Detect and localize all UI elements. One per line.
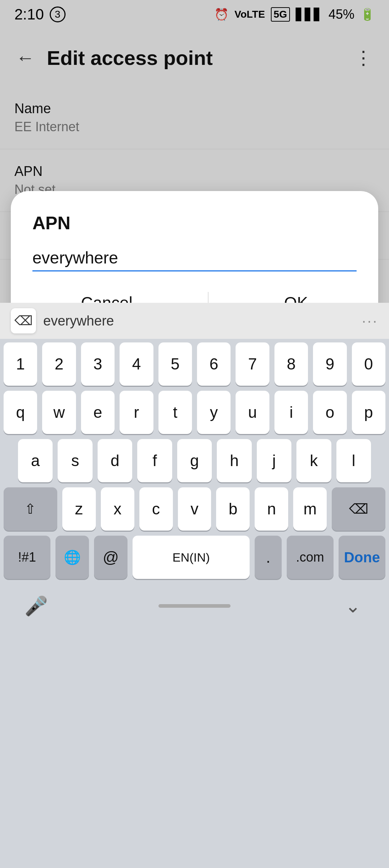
dialog-title: APN <box>32 213 357 234</box>
keyboard: ⌫ everywhere ··· 1 2 3 4 5 6 7 8 9 0 q w… <box>0 303 389 868</box>
key-i[interactable]: i <box>274 391 308 434</box>
key-6[interactable]: 6 <box>197 342 231 386</box>
backspace-icon: ⌫ <box>349 501 368 517</box>
done-key[interactable]: Done <box>339 536 385 579</box>
microphone-icon: 🎤 <box>24 595 48 617</box>
key-p[interactable]: p <box>352 391 385 434</box>
key-t[interactable]: t <box>158 391 192 434</box>
key-d[interactable]: d <box>98 439 132 482</box>
apn-input[interactable] <box>32 248 357 267</box>
key-f[interactable]: f <box>137 439 172 482</box>
key-7[interactable]: 7 <box>236 342 269 386</box>
key-g[interactable]: g <box>177 439 212 482</box>
key-4[interactable]: 4 <box>120 342 153 386</box>
key-q[interactable]: q <box>4 391 37 434</box>
key-5[interactable]: 5 <box>158 342 192 386</box>
key-0[interactable]: 0 <box>352 342 385 386</box>
key-9[interactable]: 9 <box>313 342 346 386</box>
dotcom-key[interactable]: .com <box>287 536 334 579</box>
qwerty-row2: a s d f g h j k l <box>4 439 385 482</box>
suggestion-bar: ⌫ everywhere ··· <box>0 303 389 339</box>
key-r[interactable]: r <box>120 391 153 434</box>
language-key[interactable]: 🌐 <box>55 536 89 579</box>
key-1[interactable]: 1 <box>4 342 37 386</box>
key-z[interactable]: z <box>62 487 96 531</box>
key-o[interactable]: o <box>313 391 346 434</box>
key-w[interactable]: w <box>42 391 76 434</box>
key-k[interactable]: k <box>296 439 331 482</box>
key-b[interactable]: b <box>216 487 250 531</box>
suggestion-back-button[interactable]: ⌫ <box>11 308 36 333</box>
shift-key[interactable]: ⇧ <box>4 487 57 531</box>
qwerty-row3: ⇧ z x c v b n m ⌫ <box>4 487 385 531</box>
qwerty-row1: q w e r t y u i o p <box>4 391 385 434</box>
key-x[interactable]: x <box>101 487 134 531</box>
key-3[interactable]: 3 <box>81 342 115 386</box>
key-v[interactable]: v <box>178 487 211 531</box>
nav-handle <box>158 604 231 608</box>
key-e[interactable]: e <box>81 391 115 434</box>
key-l[interactable]: l <box>336 439 371 482</box>
keyboard-rows: 1 2 3 4 5 6 7 8 9 0 q w e r t y u i o p … <box>0 339 389 583</box>
collapse-keyboard-button[interactable]: ⌄ <box>339 592 367 620</box>
at-key[interactable]: @ <box>94 536 128 579</box>
key-y[interactable]: y <box>197 391 231 434</box>
shift-icon: ⇧ <box>24 501 36 517</box>
microphone-button[interactable]: 🎤 <box>22 592 50 620</box>
number-row: 1 2 3 4 5 6 7 8 9 0 <box>4 342 385 386</box>
key-j[interactable]: j <box>257 439 291 482</box>
key-u[interactable]: u <box>236 391 269 434</box>
key-m[interactable]: m <box>293 487 327 531</box>
period-key[interactable]: . <box>255 536 281 579</box>
key-h[interactable]: h <box>217 439 251 482</box>
globe-icon: 🌐 <box>64 549 81 565</box>
key-8[interactable]: 8 <box>274 342 308 386</box>
suggestion-back-icon: ⌫ <box>14 313 33 328</box>
space-key[interactable]: EN(IN) <box>133 536 250 579</box>
keyboard-bottom-bar: 🎤 ⌄ <box>0 586 389 626</box>
symbols-key[interactable]: !#1 <box>4 536 50 579</box>
key-a[interactable]: a <box>18 439 53 482</box>
suggestion-word[interactable]: everywhere <box>43 313 355 329</box>
dialog-input-container <box>32 248 357 271</box>
key-2[interactable]: 2 <box>42 342 76 386</box>
key-c[interactable]: c <box>139 487 173 531</box>
collapse-icon: ⌄ <box>345 595 361 617</box>
key-n[interactable]: n <box>255 487 288 531</box>
backspace-key[interactable]: ⌫ <box>332 487 385 531</box>
bottom-row: !#1 🌐 @ EN(IN) . .com Done <box>4 536 385 579</box>
key-s[interactable]: s <box>58 439 92 482</box>
suggestion-more-icon[interactable]: ··· <box>362 313 378 329</box>
